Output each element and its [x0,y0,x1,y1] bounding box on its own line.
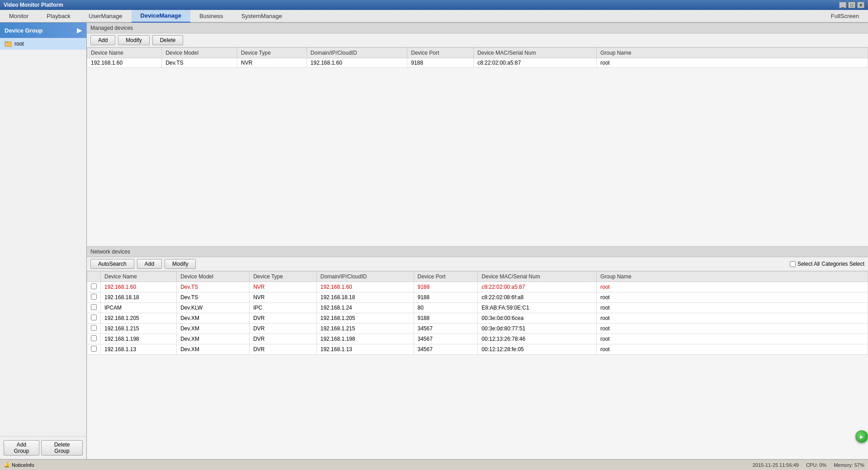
cell-type: DVR [250,324,317,334]
table-row[interactable]: 192.168.1.215 Dev.XM DVR 192.168.1.215 3… [87,324,868,334]
network-devices-toolbar: AutoSearch Add Modify Select All Categor… [87,257,868,271]
cell-group: root [597,344,868,355]
window-controls[interactable]: _ □ ✕ [839,2,864,8]
menu-business[interactable]: Business [190,10,232,23]
add-group-button[interactable]: Add Group [4,440,39,456]
green-circle-icon: ▶ [860,434,863,439]
cell-checkbox[interactable] [87,344,101,355]
menu-monitor[interactable]: Monitor [0,10,38,23]
managed-devices-section: Managed devices Add Modify Delete Device… [87,23,868,246]
col-net-port: Device Port [414,272,478,282]
cell-name: 192.168.1.198 [101,334,177,344]
menu-devicemanage[interactable]: DeviceManage [132,10,190,23]
menu-usermanage[interactable]: UserManage [80,10,131,23]
cell-group: root [597,282,868,292]
content-area: Managed devices Add Modify Delete Device… [87,23,868,459]
table-row[interactable]: 192.168.18.18 Dev.TS NVR 192.168.18.18 9… [87,292,868,303]
cell-domain: 192.168.1.215 [316,324,414,334]
cell-domain: 192.168.1.198 [316,334,414,344]
col-net-group: Group Name [597,272,868,282]
col-port: Device Port [407,48,474,58]
cell-model: Dev.XM [177,334,250,344]
managed-devices-header: Managed devices [87,23,868,33]
cell-checkbox[interactable] [87,292,101,303]
col-device-name: Device Name [87,48,162,58]
minimize-button[interactable]: _ [839,2,846,8]
managed-add-button[interactable]: Add [90,35,115,45]
cell-checkbox[interactable] [87,282,101,292]
notice-icon: 🔔 [4,462,10,468]
table-row[interactable]: IPCAM Dev.KLW IPC 192.168.1.24 80 E8:AB:… [87,303,868,313]
cell-port: 34567 [414,334,478,344]
cell-mac: 00:12:13:26:78:46 [478,334,597,344]
network-add-button[interactable]: Add [137,259,162,269]
cell-port: 80 [414,303,478,313]
cell-domain: 192.168.1.24 [316,303,414,313]
cell-mac: 00:12:12:28:fe:05 [478,344,597,355]
cell-checkbox[interactable] [87,313,101,324]
network-devices-section: Network devices AutoSearch Add Modify Se… [87,246,868,459]
network-devices-table: Device Name Device Model Device Type Dom… [87,271,868,355]
main-container: Device Group ▶ root Add Group Delete Gro… [0,23,868,459]
cell-mac: c8:22:02:00:a5:87 [478,282,597,292]
sidebar-header: Device Group ▶ [0,23,86,38]
menu-fullscreen[interactable]: FullScreen [822,10,868,23]
cell-port: 9188 [414,313,478,324]
notice-info[interactable]: 🔔 NoticeInfo [4,462,34,468]
cell-group: root [597,58,868,68]
sidebar-arrow-icon: ▶ [77,27,82,34]
restore-button[interactable]: □ [848,2,855,8]
sidebar-item-root[interactable]: root [0,38,86,50]
menu-playback[interactable]: Playback [38,10,80,23]
col-domain: Domain/IP/CloudID [307,48,407,58]
table-row[interactable]: 192.168.1.13 Dev.XM DVR 192.168.1.13 345… [87,344,868,355]
cell-model: Dev.XM [177,344,250,355]
menu-systemmanage[interactable]: SystemManage [232,10,291,23]
svg-rect-1 [5,42,8,42]
cell-checkbox[interactable] [87,334,101,344]
network-table-container: Device Name Device Model Device Type Dom… [87,271,868,459]
bottom-bar: 🔔 NoticeInfo 2015-11-25 11:56:49 CPU: 0%… [0,459,868,470]
delete-group-button[interactable]: Delete Group [41,440,83,456]
table-row[interactable]: 192.168.1.60 Dev.TS NVR 192.168.1.60 918… [87,282,868,292]
network-devices-label: Network devices [90,249,130,255]
cell-mac: 00:3e:0d:00:6cea [478,313,597,324]
cell-group: root [597,324,868,334]
cell-group: root [597,303,868,313]
col-device-type: Device Type [237,48,307,58]
green-circle-button[interactable]: ▶ [855,430,868,443]
cell-checkbox[interactable] [87,324,101,334]
table-row[interactable]: 192.168.1.198 Dev.XM DVR 192.168.1.198 3… [87,334,868,344]
autosearch-button[interactable]: AutoSearch [90,259,134,269]
col-net-device-name: Device Name [101,272,177,282]
cell-type: IPC [250,303,317,313]
cell-domain: 192.168.1.60 [307,58,407,68]
cell-domain: 192.168.1.13 [316,344,414,355]
managed-modify-button[interactable]: Modify [118,35,149,45]
managed-table-container: Device Name Device Model Device Type Dom… [87,47,868,246]
cell-port: 34567 [414,344,478,355]
cell-type: DVR [250,313,317,324]
notice-label: NoticeInfo [12,462,34,468]
table-row[interactable]: 192.168.1.205 Dev.XM DVR 192.168.1.205 9… [87,313,868,324]
close-button[interactable]: ✕ [857,2,864,8]
cell-domain: 192.168.1.60 [316,282,414,292]
cell-name: 192.168.1.60 [87,58,162,68]
managed-delete-button[interactable]: Delete [152,35,184,45]
title-bar: Video Monitor Platform _ □ ✕ [0,0,868,10]
sidebar-root-label: root [14,41,24,47]
select-all-label: Select All [797,261,820,267]
table-row[interactable]: 192.168.1.60 Dev.TS NVR 192.168.1.60 918… [87,58,868,68]
network-modify-button[interactable]: Modify [165,259,196,269]
cell-name: 192.168.1.215 [101,324,177,334]
cell-model: Dev.KLW [177,303,250,313]
col-net-domain: Domain/IP/CloudID [316,272,414,282]
cell-checkbox[interactable] [87,303,101,313]
select-all-checkbox[interactable] [790,261,796,267]
cell-model: Dev.TS [177,282,250,292]
col-mac: Device MAC/Serial Num [474,48,597,58]
managed-devices-label: Managed devices [90,25,133,31]
cell-group: root [597,334,868,344]
cell-port: 34567 [414,324,478,334]
col-net-device-model: Device Model [177,272,250,282]
